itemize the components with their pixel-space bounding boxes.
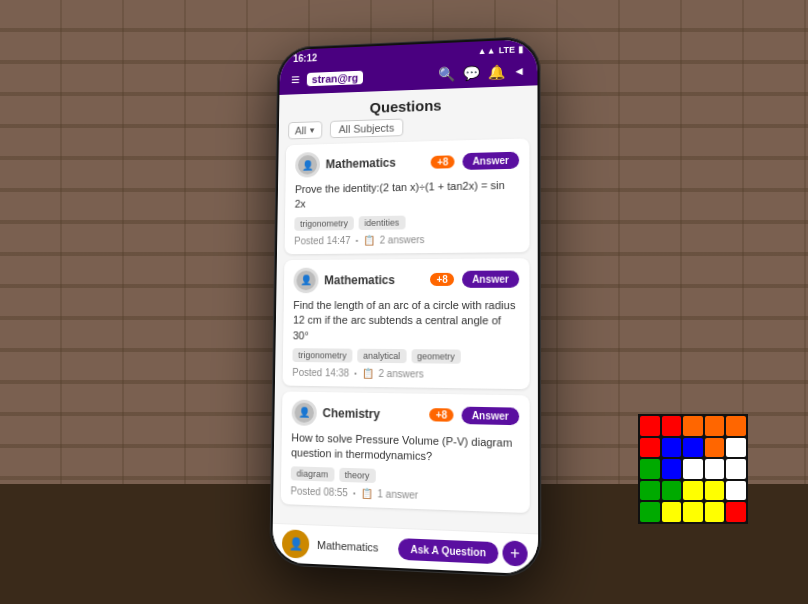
- avatar-inner-2: 👤: [296, 270, 315, 290]
- tag-2-2[interactable]: geometry: [411, 349, 461, 364]
- posted-time-3: Posted 08:55: [290, 485, 347, 498]
- rubiks-cube: [638, 414, 748, 524]
- answers-count-2: 2 answers: [378, 368, 423, 380]
- answers-icon-1: 📋: [363, 235, 375, 246]
- time: 16:12: [293, 53, 317, 64]
- signal-icon: ▲▲: [478, 45, 496, 56]
- avatar-inner-3: 👤: [294, 403, 314, 423]
- chat-icon[interactable]: 💬: [463, 65, 480, 81]
- content-area: Questions All ▼ All Subjects: [273, 85, 538, 533]
- card-footer-3: Posted 08:55 • 📋 1 answer: [290, 485, 519, 504]
- avatar-2: 👤: [293, 267, 318, 293]
- card-header-1: 👤 Mathematics +8 Answer: [295, 147, 519, 178]
- bell-icon[interactable]: 🔔: [488, 64, 505, 80]
- answers-icon-2: 📋: [362, 368, 374, 379]
- points-badge-3: +8: [430, 409, 454, 423]
- filter-all[interactable]: All ▼: [288, 121, 322, 139]
- question-text-3: How to solve Pressure Volume (P-V) diagr…: [291, 430, 519, 467]
- battery-icon: ▮: [518, 44, 523, 54]
- subject-name-2: Mathematics: [324, 273, 424, 287]
- dot-1: •: [355, 236, 358, 245]
- logo: stran@rg: [307, 68, 430, 86]
- nav-icons: 🔍 💬 🔔 ◄: [438, 63, 525, 82]
- posted-time-2: Posted 14:38: [292, 367, 349, 379]
- question-text-2: Find the length of an arc of a circle wi…: [293, 298, 519, 345]
- logo-text: stran@rg: [307, 71, 363, 87]
- status-icons: ▲▲ LTE ▮: [478, 44, 524, 56]
- card-header-3: 👤 Chemistry +8 Answer: [292, 400, 520, 431]
- filter-subjects[interactable]: All Subjects: [330, 119, 403, 139]
- question-card-2: 👤 Mathematics +8 Answer Find the length …: [283, 258, 530, 389]
- answers-count-3: 1 answer: [377, 488, 418, 501]
- points-badge-2: +8: [430, 273, 454, 286]
- points-badge-1: +8: [431, 155, 454, 168]
- ask-question-btn[interactable]: Ask A Question: [398, 538, 498, 564]
- tag-2-1[interactable]: analytical: [357, 349, 406, 363]
- search-icon[interactable]: 🔍: [438, 66, 455, 82]
- chevron-down-icon: ▼: [308, 126, 316, 135]
- subject-name-3: Chemistry: [322, 406, 423, 422]
- answer-btn-2[interactable]: Answer: [462, 271, 519, 288]
- card-header-2: 👤 Mathematics +8 Answer: [293, 266, 519, 293]
- question-card-3: 👤 Chemistry +8 Answer How to solve Press…: [281, 391, 530, 512]
- avatar-inner-1: 👤: [298, 155, 317, 175]
- lte-label: LTE: [499, 44, 516, 55]
- question-text-1: Prove the identity:(2 tan x)÷(1 + tan2x)…: [295, 178, 520, 213]
- phone-screen: 16:12 ▲▲ LTE ▮ ≡ stran@rg 🔍 💬 🔔 ◄: [272, 39, 538, 575]
- subject-name-1: Mathematics: [326, 155, 426, 171]
- plus-btn[interactable]: +: [502, 540, 527, 566]
- bottom-avatar: 👤: [282, 529, 310, 558]
- bottom-subject: Mathematics: [309, 538, 398, 554]
- question-card-1: 👤 Mathematics +8 Answer Prove the identi…: [285, 138, 530, 254]
- subjects-label: All Subjects: [339, 122, 395, 135]
- answers-count-1: 2 answers: [380, 234, 425, 245]
- tag-3-1[interactable]: theory: [339, 467, 376, 482]
- dot-3: •: [353, 488, 356, 497]
- tag-3-0[interactable]: diagram: [291, 466, 334, 481]
- tag-2-0[interactable]: trigonometry: [292, 348, 352, 362]
- card-footer-2: Posted 14:38 • 📋 2 answers: [292, 367, 519, 381]
- phone-wrapper: 16:12 ▲▲ LTE ▮ ≡ stran@rg 🔍 💬 🔔 ◄: [269, 36, 541, 578]
- card-footer-1: Posted 14:47 • 📋 2 answers: [294, 233, 519, 246]
- dot-2: •: [354, 369, 357, 378]
- avatar-1: 👤: [295, 152, 320, 178]
- tag-1-0[interactable]: trigonometry: [294, 216, 354, 230]
- back-icon[interactable]: ◄: [513, 64, 525, 78]
- answers-icon-3: 📋: [361, 487, 373, 499]
- tag-1-1[interactable]: identities: [359, 215, 406, 229]
- avatar-3: 👤: [292, 400, 317, 426]
- tags-2: trigonometry analytical geometry: [292, 348, 519, 364]
- answer-btn-1[interactable]: Answer: [462, 151, 519, 169]
- all-label: All: [295, 125, 307, 137]
- posted-time-1: Posted 14:47: [294, 235, 351, 246]
- tags-1: trigonometry identities: [294, 214, 519, 231]
- phone: 16:12 ▲▲ LTE ▮ ≡ stran@rg 🔍 💬 🔔 ◄: [269, 36, 541, 578]
- menu-icon[interactable]: ≡: [291, 71, 300, 88]
- answer-btn-3[interactable]: Answer: [461, 407, 519, 426]
- tags-3: diagram theory: [291, 466, 519, 487]
